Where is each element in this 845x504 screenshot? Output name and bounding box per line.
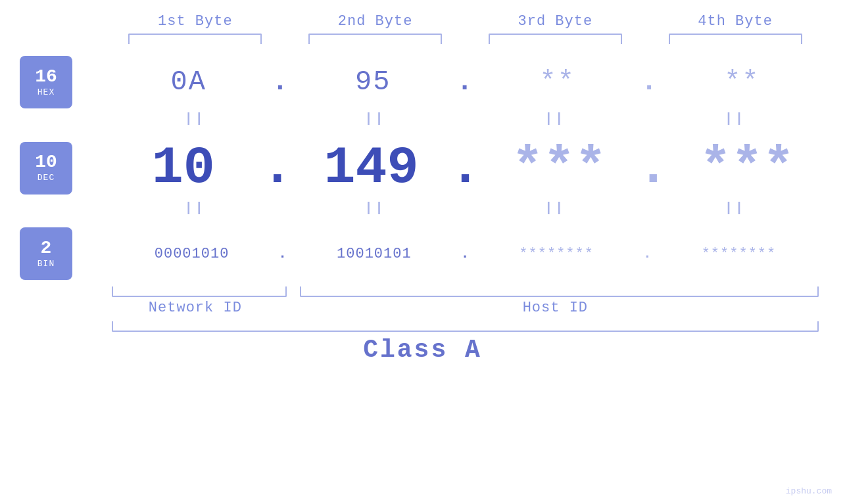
bin-base-name: BIN xyxy=(37,259,55,269)
watermark: ipshu.com xyxy=(786,486,832,496)
bin-base-label: 2 BIN xyxy=(20,227,72,280)
dec-base-name: DEC xyxy=(37,173,55,183)
hex-byte1: 0A xyxy=(105,66,272,98)
dec-values-row: 10 . 149 . *** . *** xyxy=(105,138,825,198)
class-label: Class A xyxy=(363,336,482,364)
dec-dot1: . xyxy=(262,138,293,198)
bin-byte4: ******** xyxy=(652,246,825,262)
id-labels-row: Network ID Host ID xyxy=(105,300,825,316)
dec-dot2: . xyxy=(449,138,481,198)
top-bracket-2 xyxy=(308,34,442,44)
byte3-header: 3rd Byte xyxy=(466,13,646,30)
equals-1-b1: || xyxy=(105,111,285,126)
class-row: Class A xyxy=(20,336,825,364)
network-id-bracket xyxy=(112,286,287,297)
dec-row: 10 DEC 10 . 149 . *** . *** xyxy=(20,138,825,198)
equals-1-b4: || xyxy=(645,111,825,126)
byte-headers-row: 1st Byte 2nd Byte 3rd Byte 4th Byte xyxy=(105,0,825,30)
dec-byte4: *** xyxy=(669,138,825,198)
hex-base-label: 16 HEX xyxy=(20,56,72,108)
top-bracket-1 xyxy=(128,34,262,44)
equals-2-b1: || xyxy=(105,200,285,216)
bin-dot2: . xyxy=(460,246,470,262)
equals-1-b3: || xyxy=(466,111,646,126)
outer-bracket-row xyxy=(105,321,825,332)
host-id-label: Host ID xyxy=(285,300,825,316)
hex-base-number: 16 xyxy=(35,68,57,86)
byte4-header: 4th Byte xyxy=(645,13,825,30)
bin-row: 2 BIN 00001010 . 10010101 . ******** . *… xyxy=(20,227,825,280)
top-bracket-3 xyxy=(489,34,622,44)
hex-values-row: 0A . 95 . ** . ** xyxy=(105,66,825,98)
equals-2-b4: || xyxy=(645,200,825,216)
byte1-header: 1st Byte xyxy=(105,13,285,30)
bracket-cell-3 xyxy=(466,34,646,44)
dec-byte3: *** xyxy=(481,138,638,198)
main-container: 1st Byte 2nd Byte 3rd Byte 4th Byte 16 H… xyxy=(0,0,845,504)
bin-dot3: . xyxy=(643,246,652,262)
hex-base-name: HEX xyxy=(37,87,55,97)
bracket-cell-4 xyxy=(645,34,825,44)
hex-dot1: . xyxy=(272,66,289,98)
bracket-cell-1 xyxy=(105,34,285,44)
top-brackets-row xyxy=(105,34,825,44)
hex-dot2: . xyxy=(456,66,474,98)
outer-bracket xyxy=(112,321,819,332)
equals-row-1: || || || || xyxy=(105,111,825,126)
bin-byte2: 10010101 xyxy=(287,246,460,262)
dec-dot3: . xyxy=(637,138,669,198)
hex-byte2: 95 xyxy=(290,66,456,98)
equals-2-b3: || xyxy=(466,200,646,216)
dec-byte2: 149 xyxy=(293,138,450,198)
bin-byte3: ******** xyxy=(470,246,643,262)
host-id-bracket xyxy=(300,286,819,297)
hex-byte4: ** xyxy=(659,66,825,98)
network-id-label: Network ID xyxy=(105,300,285,316)
equals-2-b2: || xyxy=(285,200,466,216)
top-bracket-4 xyxy=(669,34,802,44)
hex-dot3: . xyxy=(640,66,658,98)
equals-1-b2: || xyxy=(285,111,466,126)
dec-byte1: 10 xyxy=(105,138,262,198)
bin-byte1: 00001010 xyxy=(105,246,278,262)
dec-base-number: 10 xyxy=(35,153,57,172)
bottom-brackets-row xyxy=(105,286,825,297)
bin-dot1: . xyxy=(278,246,287,262)
byte2-header: 2nd Byte xyxy=(285,13,466,30)
bin-base-number: 2 xyxy=(41,239,52,258)
bracket-cell-2 xyxy=(285,34,466,44)
hex-byte3: ** xyxy=(474,66,640,98)
bin-values-row: 00001010 . 10010101 . ******** . *******… xyxy=(105,246,825,262)
hex-row: 16 HEX 0A . 95 . ** . ** xyxy=(20,56,825,108)
equals-row-2: || || || || xyxy=(105,200,825,216)
dec-base-label: 10 DEC xyxy=(20,142,72,195)
